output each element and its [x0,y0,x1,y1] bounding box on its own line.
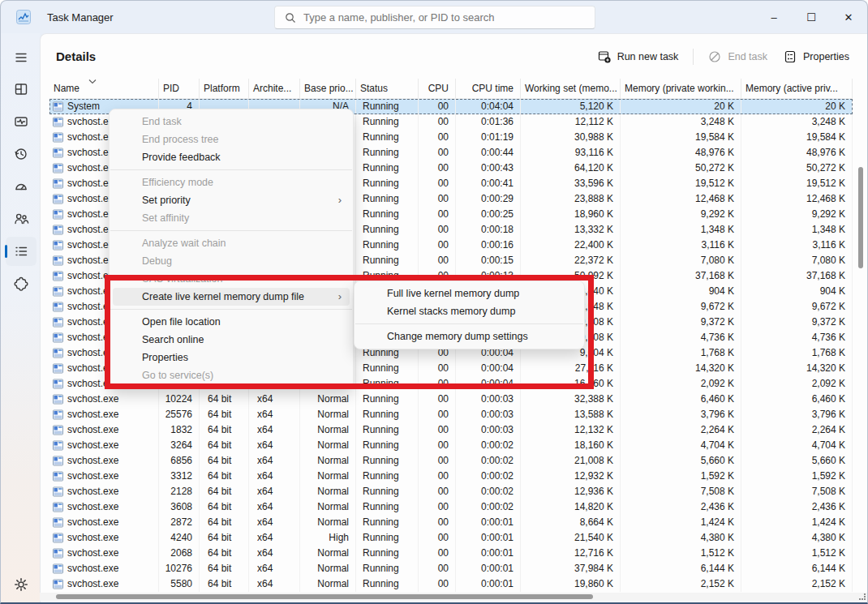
cell-ws: 32,388 K [521,392,621,407]
run-new-task-icon [598,50,611,63]
table-row[interactable]: svchost.exe1022464 bitx64NormalRunning00… [49,392,853,407]
cell-platform: 64 bit [200,561,249,576]
process-icon [53,563,63,574]
process-icon [53,456,63,466]
cell-mem_active: 19,512 K [741,176,853,191]
horizontal-scrollbar[interactable] [56,594,593,599]
cell-mem_active: 3,116 K [741,238,853,253]
table-row[interactable]: svchost.exe326464 bitx64NormalRunning000… [49,438,853,453]
cell-status: Running [356,99,419,114]
sidebar-item-startup-apps[interactable] [6,172,37,201]
cell-name: svchost.exe [49,407,159,422]
cell-time: 0:00:29 [456,191,521,207]
cell-status: Running [356,499,419,515]
process-icon [53,132,63,143]
cell-ws: 33,596 K [521,176,621,191]
menu-item-analyze-wait-chain: Analyze wait chain [113,234,350,252]
vertical-scrollbar[interactable] [858,167,863,268]
column-header-mem_active[interactable]: Memory (active priv... [741,79,853,98]
cell-base: Normal [300,499,356,515]
sidebar-item-users[interactable] [6,204,37,233]
column-header-name[interactable]: Name [49,79,159,98]
cell-mem_private: 1,348 K [621,222,741,238]
cell-mem_private: 2,092 K [621,376,741,392]
table-row[interactable]: svchost.exe558064 bitx64NormalRunning000… [49,576,853,592]
cell-status: Running [356,222,419,238]
settings-button[interactable] [6,570,37,599]
column-header-arch[interactable]: Archite... [249,79,300,98]
cell-status: Running [356,130,419,145]
cell-mem_active: 50,272 K [741,161,853,176]
process-icon [53,486,63,497]
menu-item-set-priority[interactable]: Set priority› [113,191,350,209]
cell-mem_private: 9,292 K [621,207,741,222]
cell-ws: 14,820 K [521,499,621,515]
cell-platform: 64 bit [200,515,249,530]
hamburger-menu-button[interactable] [6,43,37,72]
column-header-pid[interactable]: PID [159,79,200,98]
cell-mem_private: 3,116 K [621,238,741,253]
cell-ws: 23,888 K [521,191,621,207]
cell-mem_active: 5,660 K [741,453,853,469]
sidebar-item-processes[interactable] [6,75,37,104]
cell-pid: 2872 [159,515,200,530]
cell-mem_active: 2,092 K [741,376,853,392]
column-header-cpu[interactable]: CPU [419,79,456,98]
table-row[interactable]: svchost.exe424064 bitx64HighRunning000:0… [49,530,853,546]
cell-cpu: 00 [419,392,456,407]
process-icon [53,209,63,220]
cell-name: svchost.exe [49,515,159,530]
table-row[interactable]: svchost.exe1027664 bitx64NormalRunning00… [49,561,853,576]
cell-time: 0:00:41 [456,176,521,191]
cell-platform: 64 bit [200,576,249,592]
cell-base: Normal [300,438,356,453]
run-new-task-button[interactable]: Run new task [590,45,687,68]
table-row[interactable]: svchost.exe183264 bitx64NormalRunning000… [49,422,853,438]
cell-time: 0:00:03 [456,422,521,438]
cell-base: Normal [300,392,356,407]
search-box[interactable] [274,6,595,29]
end-task-button[interactable]: End task [700,45,776,68]
close-button[interactable]: ✕ [830,1,867,33]
column-header-platform[interactable]: Platform [200,79,249,98]
table-row[interactable]: svchost.exe360864 bitx64NormalRunning000… [49,499,853,515]
sidebar-item-performance[interactable] [6,107,37,136]
column-header-status[interactable]: Status [356,79,419,98]
sidebar-item-services[interactable] [6,269,37,298]
cell-arch: x64 [249,453,300,469]
cell-time: 0:00:02 [456,438,521,453]
cell-arch: x64 [249,422,300,438]
cell-ws: 12,112 K [521,114,621,130]
cell-mem_private: 5,660 K [621,453,741,469]
cell-mem_active: 1,592 K [741,469,853,484]
minimize-button[interactable]: – [755,1,793,33]
sidebar-item-app-history[interactable] [6,139,37,169]
table-row[interactable]: svchost.exe331264 bitx64NormalRunning000… [49,469,853,484]
resize-grip[interactable] [859,593,866,600]
cell-cpu: 00 [419,546,456,561]
process-icon [53,533,63,543]
column-header-mem_private[interactable]: Memory (private workin... [621,79,741,98]
maximize-button[interactable]: ☐ [793,1,830,33]
table-row[interactable]: svchost.exe287264 bitx64NormalRunning000… [49,515,853,530]
cell-mem_private: 7,080 K [621,253,741,268]
cell-platform: 64 bit [200,392,249,407]
cell-mem_active: 3,796 K [741,407,853,422]
cell-mem_active: 37,168 K [741,268,853,284]
sidebar-item-details[interactable] [6,237,37,266]
cell-status: Running [356,453,419,469]
table-row[interactable]: svchost.exe212864 bitx64NormalRunning000… [49,484,853,499]
table-row[interactable]: svchost.exe206864 bitx64NormalRunning000… [49,546,853,561]
table-row[interactable]: svchost.exe2557664 bitx64NormalRunning00… [49,407,853,422]
menu-item-provide-feedback[interactable]: Provide feedback [113,148,350,166]
table-row[interactable]: svchost.exe685664 bitx64NormalRunning000… [49,453,853,469]
properties-button[interactable]: Properties [776,45,857,68]
cell-time: 0:00:18 [456,222,521,238]
details-icon [13,243,29,259]
cell-time: 0:00:43 [456,161,521,176]
column-header-ws[interactable]: Working set (memo... [521,79,621,98]
search-input[interactable] [303,11,571,24]
column-header-base[interactable]: Base prio... [300,79,356,98]
column-header-time[interactable]: CPU time [456,79,521,98]
cell-status: Running [356,207,419,222]
